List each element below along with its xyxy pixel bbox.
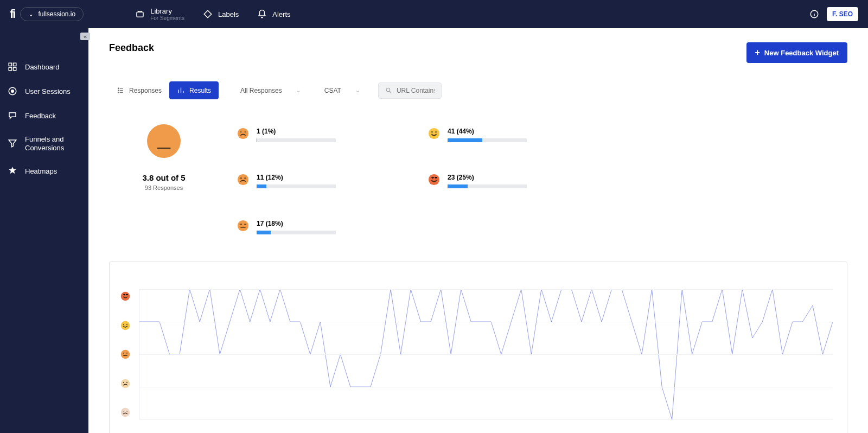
sidebar-collapse[interactable]: «	[80, 33, 90, 40]
xtick: 2022-03-02	[317, 423, 327, 433]
xtick: 2022-12-22	[555, 423, 565, 433]
chart-x-axis: 2021-12-052021-12-062021-12-272022-01-01…	[139, 423, 833, 433]
sidebar-item-dashboard[interactable]: Dashboard	[0, 55, 88, 80]
xtick: 2022-03-28	[357, 423, 367, 433]
url-search[interactable]	[378, 82, 442, 99]
sidebar: « DashboardUser SessionsFeedbackFunnels …	[0, 28, 88, 433]
yaxis-face-2-icon	[120, 379, 130, 389]
dist-bar	[448, 184, 527, 188]
site-selector[interactable]: ⌄ fullsession.io	[20, 7, 84, 21]
dist-row-level-2: 11 (12%)	[237, 174, 336, 188]
tab-responses-label: Responses	[129, 87, 162, 94]
sessions-icon	[8, 86, 17, 98]
xtick: 2023-02-04	[575, 423, 585, 433]
yaxis-face-5-icon: ❤❤	[120, 291, 130, 301]
user-badge[interactable]: F. SEO	[827, 7, 858, 21]
face-level-5-icon: ❤❤	[428, 174, 440, 186]
svg-point-16	[238, 220, 248, 231]
xtick: 2022-02-23	[288, 423, 297, 433]
svg-point-14	[240, 177, 241, 179]
xtick: 2022-06-11	[406, 423, 416, 433]
dist-row-level-5: ❤❤23 (25%)	[428, 174, 527, 188]
xtick: 2023-03-30	[644, 423, 654, 433]
dashboard-icon	[8, 62, 17, 73]
sidebar-item-funnels[interactable]: Funnels and Conversions	[0, 129, 88, 160]
topnav-alerts[interactable]: Alerts	[257, 7, 290, 21]
chevron-down-icon: ⌄	[355, 87, 360, 93]
topnav-labels-label: Labels	[218, 10, 239, 18]
svg-point-18	[244, 224, 245, 225]
xtick: 2022-01-24	[208, 423, 218, 433]
logo: fi	[10, 7, 15, 21]
xtick: 2022-12-06	[525, 423, 535, 433]
filter-csat[interactable]: CSAT ⌄	[316, 82, 368, 99]
new-button-label: New Feedback Widget	[764, 49, 839, 57]
yaxis-face-4-icon	[120, 321, 130, 330]
tab-responses[interactable]: Responses	[109, 81, 169, 99]
sidebar-item-label: Funnels and Conversions	[25, 135, 81, 153]
tab-results[interactable]: Results	[169, 81, 219, 99]
svg-point-38	[126, 381, 127, 383]
dist-bar	[257, 184, 336, 188]
xtick: 2023-06-24	[724, 423, 733, 433]
xtick: 2022-02-22	[278, 423, 288, 433]
xtick: 2023-07-03	[733, 423, 743, 433]
svg-point-20	[429, 128, 439, 139]
feedback-icon	[8, 111, 17, 122]
svg-point-32	[121, 350, 130, 359]
xtick: 2023-03-22	[624, 423, 634, 433]
svg-point-26	[121, 292, 130, 301]
xtick: 2023-03-31	[654, 423, 664, 433]
xtick: 2023-09-20	[783, 423, 793, 433]
library-icon	[135, 9, 145, 19]
plus-icon: +	[755, 48, 760, 58]
svg-point-23	[429, 174, 439, 185]
sidebar-item-heatmaps[interactable]: Heatmaps	[0, 160, 88, 184]
xtick: 2023-03-26	[634, 423, 644, 433]
topnav-labels[interactable]: Labels	[203, 7, 239, 21]
svg-point-39	[121, 408, 130, 417]
chevron-down-icon: ⌄	[296, 87, 301, 93]
xtick: 2023-03-12	[615, 423, 624, 433]
url-search-input[interactable]	[397, 87, 435, 94]
xtick: 2023-09-25	[813, 423, 822, 433]
filter-all-responses[interactable]: All Responses ⌄	[232, 82, 309, 99]
xtick: 2022-03-10	[327, 423, 337, 433]
svg-text:❤: ❤	[431, 176, 434, 180]
info-icon[interactable]	[809, 9, 819, 19]
xtick: 2023-08-18	[773, 423, 783, 433]
dist-row-level-3: 17 (18%)	[237, 220, 336, 234]
top-nav: Library For Segments Labels Alerts	[135, 7, 290, 21]
xtick: 2022-11-30	[515, 423, 525, 433]
bar-chart-icon	[177, 86, 185, 94]
xtick: 2022-06-14	[426, 423, 436, 433]
xtick: 2023-04-11	[674, 423, 684, 433]
svg-point-17	[240, 224, 241, 225]
page-title: Feedback	[109, 42, 154, 54]
svg-point-7	[11, 90, 14, 93]
svg-text:❤: ❤	[123, 294, 125, 296]
face-level-1-icon	[237, 128, 249, 139]
topnav-library[interactable]: Library For Segments	[135, 7, 184, 21]
xtick: 2021-12-27	[159, 423, 169, 433]
new-feedback-widget-button[interactable]: + New Feedback Widget	[746, 42, 847, 63]
svg-rect-3	[14, 63, 16, 66]
tab-results-label: Results	[189, 87, 211, 94]
svg-point-11	[386, 88, 390, 92]
dist-label: 23 (25%)	[448, 174, 527, 181]
dist-bar	[257, 231, 336, 234]
svg-text:❤: ❤	[435, 176, 437, 180]
sidebar-item-label: User Sessions	[25, 87, 71, 96]
bell-icon	[257, 9, 267, 19]
site-name: fullsession.io	[38, 10, 75, 18]
sidebar-item-user-sessions[interactable]: User Sessions	[0, 80, 88, 104]
xtick: 2022-02-24	[297, 423, 307, 433]
xtick: 2022-06-13	[416, 423, 426, 433]
svg-point-15	[244, 177, 245, 179]
xtick: 2022-02-05	[248, 423, 258, 433]
svg-point-33	[123, 353, 124, 354]
sidebar-item-feedback[interactable]: Feedback	[0, 104, 88, 129]
xtick: 2023-09-22	[793, 423, 803, 433]
topnav-library-sub: For Segments	[150, 15, 184, 21]
chart-y-axis: ❤❤	[120, 289, 139, 419]
